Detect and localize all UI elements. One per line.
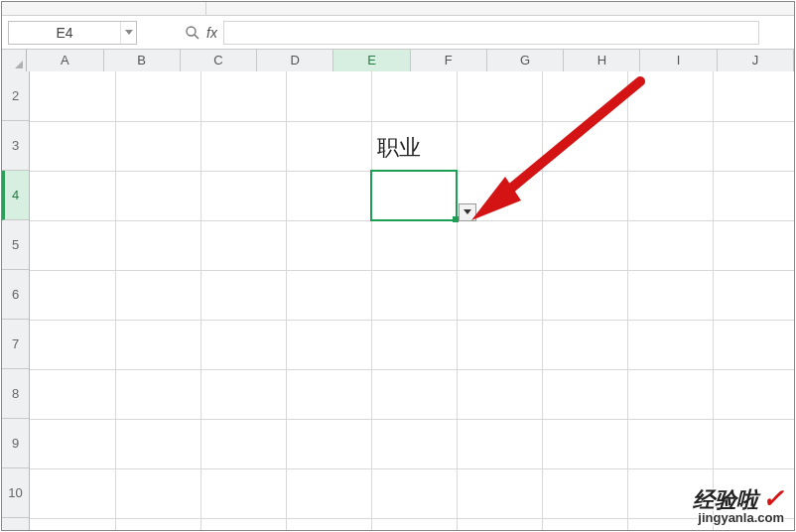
name-box[interactable]: E4 (8, 21, 137, 45)
watermark-check-icon: ✓ (762, 483, 784, 513)
svg-line-1 (195, 35, 199, 39)
row-header[interactable]: 7 (2, 320, 29, 369)
row-header-col: 2 3 4 5 6 7 8 9 10 (2, 71, 30, 530)
column-header-row: A B C D E F G H I J (2, 50, 794, 71)
col-header[interactable]: I (640, 50, 717, 71)
row-header[interactable]: 9 (2, 419, 29, 468)
row-header[interactable]: 3 (2, 121, 29, 171)
row-header[interactable]: 8 (2, 369, 29, 419)
fx-label[interactable]: fx (206, 25, 217, 41)
watermark: 经验啦✓ jingyanla.com (693, 485, 784, 524)
col-header[interactable]: H (564, 50, 640, 71)
name-box-value: E4 (9, 25, 120, 41)
col-header[interactable]: C (181, 50, 257, 71)
row-header[interactable]: 2 (2, 71, 29, 121)
window-titlebar-stub (2, 2, 794, 16)
grid-area[interactable]: 2 3 4 5 6 7 8 9 10 (2, 71, 794, 530)
row-header[interactable]: 10 (2, 468, 29, 518)
svg-point-0 (187, 27, 196, 36)
magnify-icon[interactable] (183, 25, 202, 41)
formula-input[interactable] (223, 21, 759, 45)
row-header[interactable]: 6 (2, 270, 29, 320)
col-header[interactable]: A (27, 50, 103, 71)
col-header[interactable]: B (104, 50, 181, 71)
col-header[interactable]: G (487, 50, 564, 71)
formula-bar: E4 fx (2, 16, 794, 50)
name-box-dropdown-icon[interactable] (120, 22, 136, 44)
cell-E3[interactable]: 职业 (371, 129, 457, 167)
col-header-active[interactable]: E (333, 50, 410, 71)
col-header[interactable]: F (411, 50, 487, 71)
row-header[interactable]: 5 (2, 220, 29, 270)
selected-cell[interactable] (370, 170, 458, 221)
select-all-corner[interactable] (2, 50, 27, 71)
watermark-url: jingyanla.com (693, 511, 784, 524)
row-header-active[interactable]: 4 (2, 171, 29, 220)
watermark-text: 经验啦 (693, 487, 758, 512)
col-header[interactable]: D (257, 50, 333, 71)
data-validation-dropdown-icon[interactable] (459, 203, 476, 221)
cells-layer[interactable]: 职业 (30, 71, 794, 530)
col-header[interactable]: J (718, 50, 794, 71)
